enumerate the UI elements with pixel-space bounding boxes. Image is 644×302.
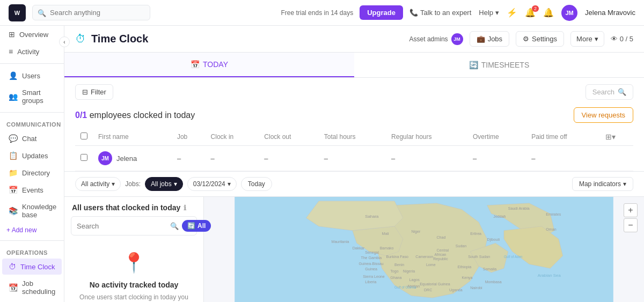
bell-icon-btn[interactable]: 🔔 [543,8,554,18]
table-row: JM Jelena – – – – – – – [75,146,633,171]
svg-text:Djibouti: Djibouti [487,238,500,242]
more-button[interactable]: More ▾ [570,31,604,47]
info-icon: ℹ [184,204,186,212]
talk-to-expert-link[interactable]: 📞 Talk to an expert [409,9,471,17]
page-header: ⏱ Time Clock Asset admins JM 💼 Jobs ⚙ Se… [64,26,644,53]
table-area: ⊟ Filter Search 🔍 0/1 employees clocked … [64,78,644,171]
table-search[interactable]: Search 🔍 [586,84,633,100]
phone-icon: 📞 [409,9,418,17]
add-new-comm[interactable]: + Add new [0,223,64,237]
svg-text:The Gambia: The Gambia [361,256,382,260]
sidebar-item-job-scheduling[interactable]: 📆 Job scheduling [2,276,62,299]
filter-row: ⊟ Filter Search 🔍 [75,78,633,104]
col-clock-in: Clock in [206,128,259,146]
svg-text:Jeddah: Jeddah [493,215,506,218]
operations-section-label: Operations [0,244,64,258]
sidebar-collapse-button[interactable]: ‹ [59,36,70,47]
search-icon: 🔍 [618,88,626,96]
svg-text:Gulf of Aden: Gulf of Aden [504,255,523,259]
panel-search-input[interactable] [77,222,167,230]
settings-icon: ⚙ [523,35,529,43]
panel-search[interactable]: 🔍 🔄 All [71,216,197,235]
notifications-icon-btn[interactable]: 🔔 2 [525,8,536,18]
row-job-cell: – [172,146,206,171]
svg-text:South Sudan: South Sudan [468,255,490,259]
main-layout: ⊞ Overview ≡ Activity 👤 Users 👥 Smart gr… [0,26,644,302]
all-jobs-filter-chip[interactable]: All jobs ▾ [145,177,183,191]
svg-text:Guinea: Guinea [365,267,377,271]
global-search[interactable]: 🔍 [32,5,150,20]
sidebar-item-time-clock[interactable]: ⏱ Time Clock [2,259,62,275]
svg-text:Togo: Togo [390,269,398,274]
col-overtime: Overtime [467,128,526,146]
search-icon: 🔍 [170,222,179,230]
integrations-icon-btn[interactable]: ⚡ [507,8,517,18]
sidebar-item-smart-groups[interactable]: 👥 Smart groups [2,85,62,108]
tab-timesheets[interactable]: 🔄 TIMESHEETS [354,53,644,77]
col-paid-time-off: Paid time off [526,128,600,146]
sidebar-item-updates[interactable]: 📋 Updates [2,148,62,164]
filter-button[interactable]: ⊟ Filter [75,84,113,100]
sidebar-item-activity[interactable]: ≡ Activity [2,43,62,60]
row-first-name-cell: JM Jelena [93,146,172,171]
jobs-button[interactable]: 💼 Jobs [470,31,509,47]
panel-header: All users that clocked in today ℹ [64,197,203,216]
username-label: Jelena Mravovic [585,9,635,17]
activity-filter-chip[interactable]: All activity ▾ [75,177,121,191]
left-panel: All users that clocked in today ℹ 🔍 🔄 Al… [64,197,204,302]
sidebar-item-knowledge-base[interactable]: 📚 Knowledge base [2,199,62,223]
svg-text:Mauritania: Mauritania [332,240,349,244]
svg-text:Somalia: Somalia [483,267,497,271]
notifications-badge: 2 [532,5,539,12]
upgrade-button[interactable]: Upgrade [360,5,403,20]
svg-text:African: African [435,253,447,256]
search-input[interactable] [32,5,150,20]
employee-cell: JM Jelena [98,151,166,165]
col-clock-out: Clock out [259,128,318,146]
map-container[interactable]: Sahara Mauritania Mali Niger Chad Centra… [204,197,644,302]
row-checkbox[interactable] [80,154,87,161]
sidebar-item-overview[interactable]: ⊞ Overview [2,26,62,42]
help-link[interactable]: Help ▾ [479,9,499,17]
sidebar-item-events[interactable]: 📅 Events [2,182,62,198]
sidebar-item-chat[interactable]: 💬 Chat [2,130,62,146]
updates-icon: 📋 [9,151,18,160]
sidebar-divider-1 [0,63,64,64]
svg-text:Equatorial Guinea: Equatorial Guinea [420,282,450,286]
map-indicators-button[interactable]: Map indicators ▾ [572,177,633,191]
clocked-summary-row: 0/1 employees clocked in today View requ… [75,104,633,128]
row-regular-hours-cell: – [386,146,467,171]
refresh-icon: 🔄 [469,61,478,69]
svg-text:Guinea-Bissau: Guinea-Bissau [358,262,383,266]
topbar-actions: 📞 Talk to an expert Help ▾ ⚡ 🔔 2 🔔 JM Je… [409,5,635,21]
panel-all-button[interactable]: 🔄 All [182,220,211,232]
chevron-down-icon: ▾ [595,35,598,43]
today-button[interactable]: Today [241,177,272,191]
eye-icon: 👁 [611,35,618,43]
svg-text:Niger: Niger [411,230,420,234]
zoom-in-button[interactable]: + [624,203,638,217]
columns-settings-icon[interactable]: ⊞▾ [605,132,616,141]
select-all-checkbox[interactable] [80,132,87,139]
svg-text:Mombasa: Mombasa [485,280,502,284]
view-count: 👁 0 / 5 [611,35,633,43]
employees-table: First name Job Clock in Clock out Total … [75,128,633,171]
svg-text:Senegal: Senegal [365,251,379,255]
sidebar-item-directory[interactable]: 📁 Directory [2,165,62,181]
svg-text:Sudan: Sudan [456,244,466,248]
page-title-row: ⏱ Time Clock [75,33,148,45]
sidebar-item-users[interactable]: 👤 Users [2,68,62,84]
col-job: Job [172,128,206,146]
svg-text:Oman: Oman [546,227,556,231]
calendar-icon: 📅 [191,60,200,69]
date-filter-chip[interactable]: 03/12/2024 ▾ [187,177,237,191]
tabs-bar: 📅 TODAY 🔄 TIMESHEETS [64,53,644,78]
tab-today[interactable]: 📅 TODAY [64,53,354,77]
zoom-out-button[interactable]: − [624,218,638,232]
page-header-right: Asset admins JM 💼 Jobs ⚙ Settings More ▾… [409,31,633,47]
settings-button[interactable]: ⚙ Settings [516,31,564,47]
chevron-down-icon: ▾ [623,180,626,188]
page-title: Time Clock [91,33,148,45]
view-requests-button[interactable]: View requests [574,107,633,123]
clocked-summary-text: 0/1 employees clocked in today [75,111,195,120]
